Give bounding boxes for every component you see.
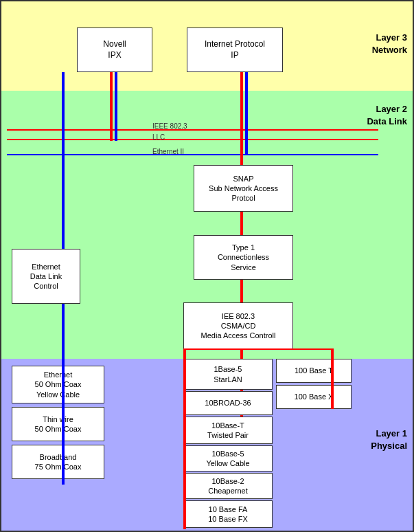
eth50ohm-box: Ethernet50 Ohm CoaxYellow Cable bbox=[12, 366, 104, 403]
iee-hline-left bbox=[183, 348, 244, 350]
type1-box: Type 1ConnectionlessService bbox=[194, 235, 293, 280]
iee8023-box: IEE 802.3CSMA/CDMedia Access Controll bbox=[183, 302, 293, 349]
main-container: Layer 3Network Layer 2Data Link Layer 1P… bbox=[0, 0, 414, 532]
basefa-box: 10 Base FA10 Base FX bbox=[183, 500, 273, 528]
novell-blue-vline bbox=[115, 72, 117, 141]
mid-left-red-vline bbox=[183, 348, 186, 529]
llc-label: LLC bbox=[152, 133, 165, 141]
base100t-box: 100 Base T bbox=[276, 359, 352, 383]
layer-physical-label: Layer 1Physical bbox=[371, 428, 407, 452]
novell-box: NovellIPX bbox=[77, 27, 152, 72]
base5-box: 1Base-5StarLAN bbox=[183, 359, 273, 390]
layer-datalink-label: Layer 2Data Link bbox=[367, 103, 407, 128]
right-red-vline bbox=[331, 348, 334, 409]
iee-hline-right bbox=[243, 348, 332, 350]
base5y-box: 10Base-5Yellow Cable bbox=[183, 445, 273, 472]
novell-red-vline bbox=[110, 72, 113, 141]
edlc-box: EthernetData LinkControl bbox=[12, 249, 80, 304]
base100x-box: 100 Base X bbox=[276, 385, 352, 409]
ip-box: Internet ProtocolIP bbox=[187, 27, 283, 72]
ieee8023-label: IEEE 802.3 bbox=[152, 122, 187, 130]
edlc-hline bbox=[7, 154, 62, 155]
layer-network-label: Layer 3Network bbox=[372, 32, 407, 56]
baset-box: 10Base-TTwisted Pair bbox=[183, 417, 273, 444]
broad36-box: 10BROAD-36 bbox=[183, 391, 273, 415]
phys-blue-vline bbox=[62, 361, 65, 485]
snap-box: SNAPSub Network AccessProtcol bbox=[194, 165, 293, 212]
thinwire-box: Thin wire50 Ohm Coax bbox=[12, 407, 104, 441]
left-blue-vline bbox=[62, 72, 65, 361]
ip-blue-vline bbox=[245, 72, 248, 155]
base2-box: 10Base-2Cheapernet bbox=[183, 473, 273, 499]
ethernetii-label: Ethernet II bbox=[152, 148, 184, 155]
broadband-box: Broadband75 Ohm Coax bbox=[12, 445, 104, 479]
